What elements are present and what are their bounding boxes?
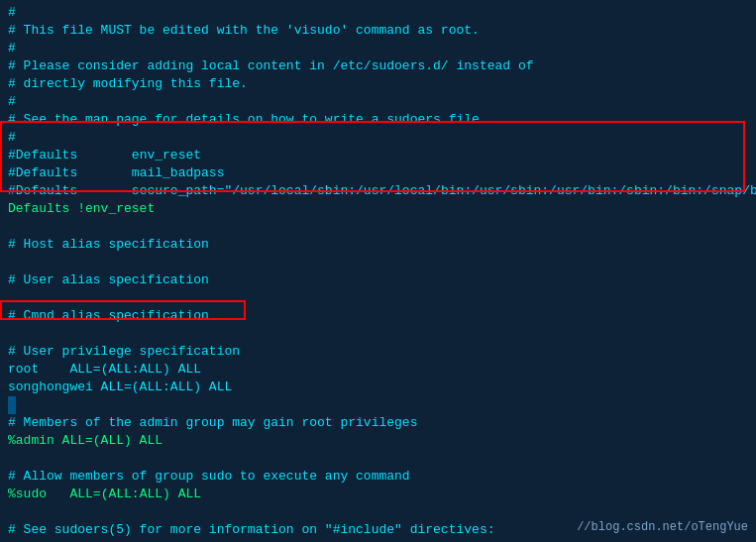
editor-line: # Allow members of group sudo to execute…: [8, 468, 748, 486]
editor-line: %sudo ALL=(ALL:ALL) ALL: [8, 486, 748, 503]
editor-line: # User alias specification: [8, 271, 748, 289]
watermark: //blog.csdn.net/oTengYue: [577, 520, 748, 534]
editor-line: [8, 325, 748, 343]
editor-line: root ALL=(ALL:ALL) ALL: [8, 361, 748, 379]
editor-line: [8, 450, 748, 468]
editor-line: [8, 254, 748, 271]
editor-line: [8, 396, 16, 414]
editor-line: #Defaults mail_badpass: [8, 164, 748, 182]
editor-line: # See the man page for details on how to…: [8, 111, 748, 129]
editor-line: #Defaults secure_path="/usr/local/sbin:/…: [8, 182, 748, 200]
editor-line: #Defaults env_reset: [8, 147, 748, 164]
editor-line: # Members of the admin group may gain ro…: [8, 414, 748, 432]
editor-line: # Please consider adding local content i…: [8, 57, 748, 75]
editor-line: # Cmnd alias specification: [8, 307, 748, 325]
editor-line: # directly modifying this file.: [8, 75, 748, 93]
editor-line: songhongwei ALL=(ALL:ALL) ALL: [8, 379, 748, 396]
editor-line: #: [8, 129, 748, 147]
editor-line: #: [8, 93, 748, 111]
editor-line: #: [8, 4, 748, 22]
lines-container: ## This file MUST be edited with the 'vi…: [8, 4, 748, 542]
editor-line: [8, 218, 748, 236]
editor-line: #: [8, 40, 748, 57]
editor-container: ## This file MUST be edited with the 'vi…: [0, 0, 756, 542]
editor-line: Defaults !env_reset: [8, 200, 748, 218]
editor-line: # This file MUST be edited with the 'vis…: [8, 22, 748, 40]
editor-line: # Host alias specification: [8, 236, 748, 254]
editor-line: [8, 289, 748, 307]
editor-line: # User privilege specification: [8, 343, 748, 361]
editor-line: %admin ALL=(ALL) ALL: [8, 432, 748, 450]
editor-line: [8, 503, 748, 521]
